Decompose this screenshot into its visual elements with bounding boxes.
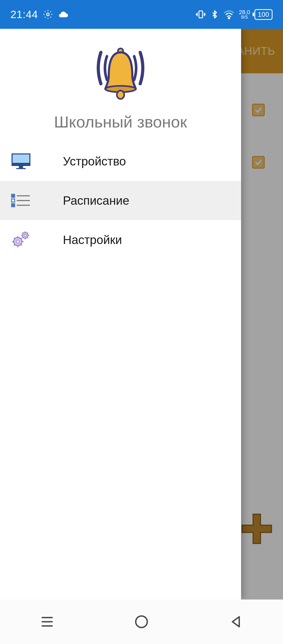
svg-rect-9 bbox=[16, 168, 26, 169]
bell-logo-icon bbox=[86, 37, 155, 110]
svg-point-29 bbox=[24, 234, 26, 236]
gear-icon bbox=[43, 9, 53, 20]
svg-line-35 bbox=[27, 237, 28, 238]
drawer-item-label: Настройки bbox=[63, 233, 122, 247]
drawer-header: Школьный звонок bbox=[0, 29, 241, 142]
svg-rect-8 bbox=[19, 166, 23, 168]
drawer-item-label: Расписание bbox=[63, 193, 129, 208]
svg-line-27 bbox=[21, 238, 22, 239]
svg-line-25 bbox=[21, 245, 22, 246]
status-time: 21:44 bbox=[10, 9, 38, 20]
nav-back-button[interactable] bbox=[220, 606, 252, 637]
svg-line-36 bbox=[22, 237, 23, 238]
navigation-drawer: Школьный звонок Устройство bbox=[0, 29, 241, 599]
network-speed: 28,0 B/S bbox=[239, 9, 250, 19]
svg-rect-16 bbox=[12, 204, 14, 206]
svg-point-19 bbox=[16, 240, 19, 243]
svg-rect-11 bbox=[12, 195, 14, 197]
wifi-icon bbox=[223, 10, 235, 19]
svg-point-0 bbox=[47, 13, 49, 16]
status-bar: 21:44 bbox=[0, 0, 283, 29]
svg-rect-1 bbox=[199, 11, 202, 18]
svg-line-26 bbox=[14, 245, 15, 246]
svg-rect-13 bbox=[12, 199, 15, 202]
svg-point-2 bbox=[228, 18, 230, 19]
svg-line-24 bbox=[14, 238, 15, 239]
bluetooth-icon bbox=[210, 9, 219, 20]
nav-recent-button[interactable] bbox=[31, 606, 63, 637]
list-icon bbox=[10, 190, 31, 211]
vibrate-icon bbox=[195, 9, 206, 20]
battery-indicator: 100 bbox=[254, 9, 273, 20]
drawer-item-label: Устройство bbox=[63, 154, 126, 168]
cloud-icon bbox=[58, 10, 69, 19]
svg-point-5 bbox=[117, 91, 124, 99]
svg-line-34 bbox=[22, 232, 23, 233]
svg-point-41 bbox=[136, 616, 147, 628]
svg-line-37 bbox=[27, 232, 28, 233]
gears-icon bbox=[10, 229, 31, 250]
svg-rect-7 bbox=[12, 163, 30, 165]
system-nav-bar bbox=[0, 599, 283, 644]
monitor-icon bbox=[10, 151, 31, 172]
drawer-item-device[interactable]: Устройство bbox=[0, 142, 241, 181]
drawer-item-settings[interactable]: Настройки bbox=[0, 220, 241, 259]
nav-home-button[interactable] bbox=[126, 606, 157, 637]
drawer-item-schedule[interactable]: Расписание bbox=[0, 181, 241, 220]
drawer-title: Школьный звонок bbox=[54, 113, 187, 131]
